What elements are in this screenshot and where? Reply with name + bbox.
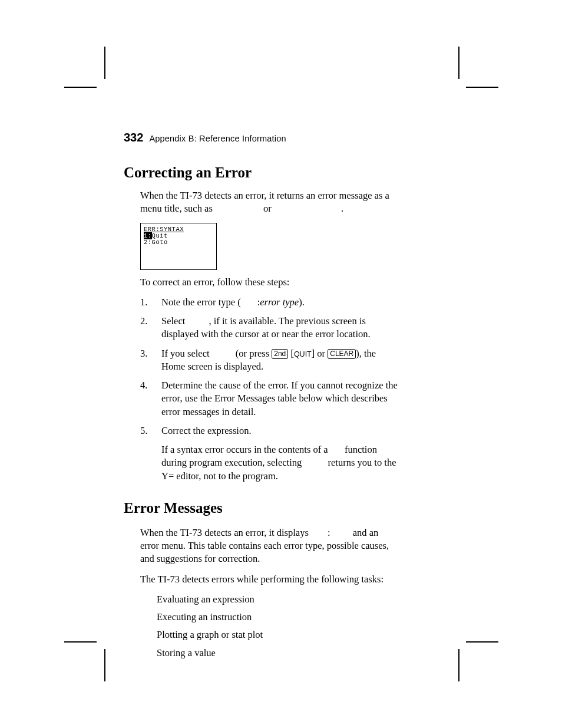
- paragraph: When the TI-73 detects an error, it disp…: [140, 526, 399, 566]
- text: When the TI-73 detects an error, it disp…: [140, 527, 311, 538]
- crop-mark: [466, 641, 498, 643]
- running-header: 332 Appendix B: Reference Information: [124, 131, 465, 144]
- bullet-item: Plotting a graph or stat plot: [157, 628, 404, 641]
- calculator-screenshot: ERR:SYNTAX 1:Quit 2:Goto: [140, 223, 217, 270]
- step-item: 5. Correct the expression. If a syntax e…: [140, 424, 399, 483]
- text: [: [288, 348, 294, 359]
- steps-intro: To correct an error, follow these steps:: [140, 276, 399, 289]
- step-number: 1.: [140, 296, 153, 309]
- step-number: 2.: [140, 315, 153, 341]
- crop-mark: [104, 649, 105, 681]
- text: If you select: [161, 348, 212, 359]
- text: ).: [299, 297, 305, 308]
- section-heading: Error Messages: [124, 498, 465, 518]
- step-number: 5.: [140, 424, 153, 483]
- body: When the TI-73 detects an error, it retu…: [124, 189, 465, 660]
- section-2: Error Messages When the TI-73 detects an…: [124, 498, 465, 660]
- header-title: Appendix B: Reference Information: [149, 134, 286, 143]
- step-text: Determine the cause of the error. If you…: [161, 379, 399, 419]
- bullet-list: Evaluating an expression Executing an in…: [157, 593, 465, 660]
- text: (or press: [233, 348, 272, 359]
- key-label: QUIT: [294, 350, 312, 358]
- crop-mark: [466, 87, 498, 88]
- text: Note the error type (: [161, 297, 241, 308]
- steps-list: 1. Note the error type (:error type). 2.…: [140, 296, 465, 483]
- crop-mark: [104, 47, 105, 79]
- page: 332 Appendix B: Reference Information Co…: [0, 0, 562, 728]
- crop-mark: [64, 87, 97, 88]
- step-item: 3. If you select (or press 2nd [QUIT] or…: [140, 347, 399, 374]
- step-number: 3.: [140, 347, 153, 374]
- key-2nd: 2nd: [272, 349, 288, 359]
- bullet-item: Storing a value: [157, 647, 404, 660]
- text: Correct the expression.: [161, 425, 252, 436]
- step-subtext: If a syntax error occurs in the contents…: [161, 443, 399, 483]
- step-item: 2. Select , if it is available. The prev…: [140, 315, 399, 341]
- crop-mark: [64, 641, 97, 643]
- text: .: [341, 203, 343, 214]
- text: or: [315, 348, 328, 359]
- bullet-item: Executing an instruction: [157, 611, 404, 624]
- text: :: [328, 527, 330, 538]
- text: Select: [161, 315, 187, 327]
- section-heading: Correcting an Error: [124, 164, 465, 181]
- step-item: 1. Note the error type (:error type).: [140, 296, 399, 309]
- crop-mark: [458, 47, 459, 79]
- step-text: Note the error type (:error type).: [161, 296, 399, 309]
- step-text: Select , if it is available. The previou…: [161, 315, 399, 341]
- page-number: 332: [124, 131, 143, 144]
- text-italic: error type: [260, 297, 299, 308]
- paragraph: The TI-73 detects errors while performin…: [140, 573, 399, 586]
- text: , if it is available. The previous scree…: [161, 315, 371, 340]
- step-text: Correct the expression. If a syntax erro…: [161, 424, 399, 483]
- step-number: 4.: [140, 379, 153, 419]
- screenshot-line: 2:Goto: [144, 239, 168, 246]
- bullet-item: Evaluating an expression: [157, 593, 404, 606]
- step-text: If you select (or press 2nd [QUIT] or CL…: [161, 347, 399, 374]
- intro-paragraph: When the TI-73 detects an error, it retu…: [140, 189, 399, 216]
- content-area: 332 Appendix B: Reference Information Co…: [124, 131, 465, 664]
- step-item: 4. Determine the cause of the error. If …: [140, 379, 399, 419]
- text: If a syntax error occurs in the contents…: [161, 444, 330, 455]
- key-clear: CLEAR: [328, 349, 356, 359]
- text: or: [263, 203, 274, 214]
